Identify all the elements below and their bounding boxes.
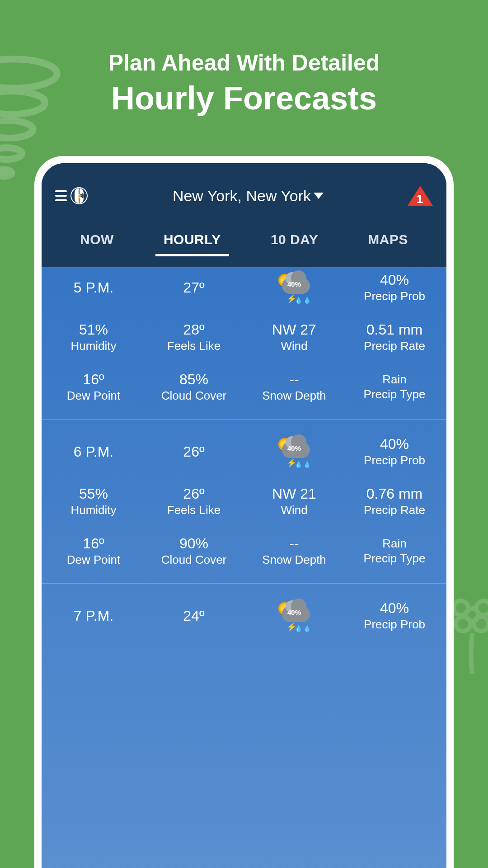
precip-prob-cell: 40% Precip Prob (344, 436, 445, 467)
precip-type-cell: Rain Precip Type (344, 535, 445, 567)
snow-depth-cell: -- Snow Depth (244, 371, 344, 403)
weatherbug-logo-icon: ⚡ ❄ (70, 186, 89, 205)
wind-cell: NW 21 Wind (244, 486, 344, 517)
cloud-cover-cell: 90% Cloud Cover (144, 535, 244, 567)
svg-point-9 (474, 617, 488, 631)
svg-point-4 (0, 170, 12, 176)
precip-type-cell: Rain Precip Type (344, 371, 445, 403)
promo-title: Hourly Forecasts (0, 80, 488, 117)
app-header: ⚡ ❄ New York, New York 1 NOW HOURLY 10 D… (42, 163, 446, 255)
thunderstorm-icon: 40% ⚡💧💧 (274, 438, 314, 465)
feels-like-cell: 28º Feels Like (144, 321, 244, 353)
svg-point-2 (0, 121, 33, 138)
svg-point-8 (456, 617, 470, 631)
tab-10day[interactable]: 10 DAY (267, 225, 322, 255)
svg-point-3 (0, 148, 22, 160)
location-selector[interactable]: New York, New York (173, 187, 324, 205)
humidity-cell: 55% Humidity (43, 486, 144, 517)
temp-cell: 27º (144, 272, 244, 303)
hour-block[interactable]: 6 P.M. 26º 40% ⚡💧💧 40% Precip Prob (42, 420, 446, 584)
svg-point-1 (0, 91, 45, 114)
svg-point-7 (476, 601, 488, 615)
temp-cell: 26º (144, 436, 244, 467)
weather-icon-cell: 40% ⚡💧💧 (244, 272, 344, 303)
thunderstorm-icon: 40% ⚡💧💧 (274, 602, 314, 629)
snow-depth-cell: -- Snow Depth (244, 535, 344, 567)
precip-prob-cell: 40% Precip Prob (344, 600, 445, 632)
menu-button[interactable]: ⚡ ❄ (55, 186, 89, 205)
hourly-list[interactable]: 5 P.M. 27º 40% ⚡💧💧 40% Precip Prob (42, 255, 446, 648)
time-cell: 5 P.M. (43, 272, 144, 303)
alert-count: 1 (417, 192, 423, 206)
temp-cell: 24º (144, 600, 244, 632)
precip-rate-cell: 0.76 mm Precip Rate (344, 486, 445, 517)
tab-maps[interactable]: MAPS (364, 225, 412, 255)
dew-point-cell: 16º Dew Point (43, 371, 144, 403)
tab-now[interactable]: NOW (76, 225, 117, 255)
tab-hourly[interactable]: HOURLY (160, 225, 225, 255)
hour-block[interactable]: 5 P.M. 27º 40% ⚡💧💧 40% Precip Prob (42, 255, 446, 420)
cloud-cover-cell: 85% Cloud Cover (144, 371, 244, 403)
promo-subtitle: Plan Ahead With Detailed (0, 50, 488, 76)
time-cell: 6 P.M. (43, 436, 144, 467)
svg-text:❄: ❄ (80, 192, 85, 199)
svg-point-6 (454, 601, 468, 615)
dew-point-cell: 16º Dew Point (43, 535, 144, 567)
location-text: New York, New York (173, 187, 311, 205)
phone-frame: ⚡ ❄ New York, New York 1 NOW HOURLY 10 D… (34, 156, 454, 868)
phone-screen: ⚡ ❄ New York, New York 1 NOW HOURLY 10 D… (42, 163, 446, 868)
weather-icon-cell: 40% ⚡💧💧 (244, 600, 344, 632)
humidity-cell: 51% Humidity (43, 321, 144, 353)
promo-header: Plan Ahead With Detailed Hourly Forecast… (0, 0, 488, 117)
precip-rate-cell: 0.51 mm Precip Rate (344, 321, 445, 353)
svg-point-0 (0, 59, 57, 88)
tabs: NOW HOURLY 10 DAY MAPS (55, 219, 433, 255)
thunderstorm-icon: 40% ⚡💧💧 (274, 274, 314, 301)
alert-badge[interactable]: 1 (408, 186, 433, 206)
hour-block[interactable]: 7 P.M. 24º 40% ⚡💧💧 40% Precip Prob (42, 584, 446, 648)
wind-cell: NW 27 Wind (244, 321, 344, 353)
time-cell: 7 P.M. (43, 600, 144, 632)
chevron-down-icon (314, 193, 324, 199)
precip-prob-cell: 40% Precip Prob (344, 272, 445, 303)
weather-icon-cell: 40% ⚡💧💧 (244, 436, 344, 467)
hamburger-icon (55, 190, 67, 201)
feels-like-cell: 26º Feels Like (144, 486, 244, 517)
